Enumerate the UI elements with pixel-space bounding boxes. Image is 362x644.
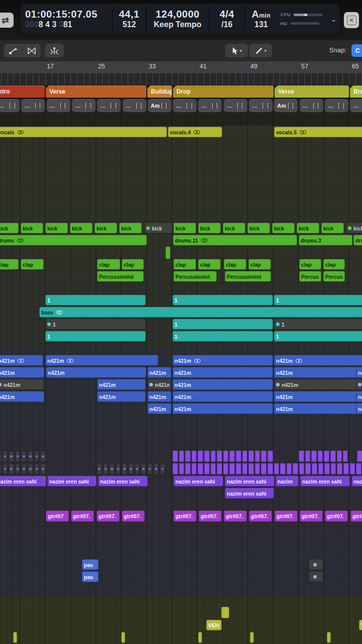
beat-dot-cell[interactable]: [9, 451, 14, 462]
lcd-signature-section[interactable]: 4/4 /16: [209, 4, 244, 35]
beat-bar[interactable]: [179, 463, 185, 474]
kick-region[interactable]: kick: [70, 223, 93, 233]
pas-region[interactable]: pas: [82, 559, 99, 570]
pas-region[interactable]: pas: [82, 572, 99, 582]
drums-region[interactable]: drums: [353, 235, 362, 246]
beat-bar[interactable]: [356, 463, 361, 474]
n421m-region[interactable]: n421m: [147, 367, 171, 378]
beat-bar[interactable]: [318, 451, 323, 462]
beat-dot-cell[interactable]: [28, 451, 33, 462]
beat-dot-cell[interactable]: [40, 463, 46, 474]
note-blip-region[interactable]: [221, 607, 229, 618]
kick-region[interactable]: kick: [321, 223, 344, 233]
beat-dot-cell[interactable]: [153, 463, 159, 474]
beat-bar[interactable]: [198, 451, 203, 462]
percussionist-region[interactable]: Percussionist: [299, 271, 321, 282]
kick-region[interactable]: kick: [45, 223, 68, 233]
bass-midi-region[interactable]: 1: [172, 331, 273, 342]
beat-cells-region[interactable]: [0, 463, 46, 474]
beat-cells-region[interactable]: [299, 451, 347, 462]
beat-bar[interactable]: [350, 463, 355, 474]
beat-bar[interactable]: [343, 451, 347, 462]
beat-bar[interactable]: [311, 451, 317, 462]
lcd-position-section[interactable]: 01:00:15:07.05 0008 4 3 081: [20, 4, 112, 35]
beat-bar[interactable]: [293, 463, 298, 474]
marker-intro[interactable]: Intro: [0, 86, 45, 98]
n421m-region[interactable]: n421m: [147, 391, 171, 402]
gtr-region[interactable]: gtr#07.: [199, 511, 222, 522]
beat-dot-cell[interactable]: [135, 463, 140, 474]
beat-dot-cell[interactable]: [21, 463, 27, 474]
beat-cells-region[interactable]: [172, 451, 274, 462]
beat-bar[interactable]: [324, 451, 329, 462]
beat-bar[interactable]: [248, 463, 254, 474]
beat-bar[interactable]: [248, 451, 254, 462]
beat-cells-region[interactable]: [0, 451, 46, 462]
chord-cell[interactable]: …: [249, 99, 273, 112]
beat-bar[interactable]: [305, 451, 311, 462]
beat-bar[interactable]: [179, 451, 185, 462]
veh-region[interactable]: VEH: [359, 620, 362, 630]
snap-dropdown[interactable]: C: [351, 44, 362, 57]
clap-region[interactable]: clap: [173, 259, 196, 270]
nazim-region[interactable]: nazim eren sahi: [225, 488, 274, 499]
clap-region[interactable]: clap: [224, 259, 246, 270]
beat-bar[interactable]: [242, 451, 248, 462]
percussionist-region[interactable]: Percussionist: [97, 271, 144, 282]
n421m-region[interactable]: n421m: [356, 404, 362, 414]
beat-bar[interactable]: [204, 451, 210, 462]
beat-bar[interactable]: [255, 463, 260, 474]
kick-region[interactable]: kick: [247, 223, 270, 233]
n421m-region[interactable]: n421m: [274, 379, 359, 390]
kick-region[interactable]: kick: [198, 223, 221, 233]
beat-bar[interactable]: [185, 451, 191, 462]
n421m-region[interactable]: n421m: [356, 367, 362, 378]
split-tool-button[interactable]: [45, 44, 64, 57]
vocals-region[interactable]: vocals.4: [168, 127, 222, 137]
kick-region[interactable]: kick: [95, 223, 117, 233]
bass-midi-region[interactable]: 1: [274, 319, 362, 330]
beat-bar[interactable]: [261, 463, 266, 474]
beat-dot-cell[interactable]: [15, 463, 21, 474]
kick-region[interactable]: kick: [0, 223, 19, 233]
n421m-region[interactable]: n421m: [274, 367, 359, 378]
pointer-tool-button[interactable]: ▾: [225, 44, 248, 57]
drum-blip-region[interactable]: [165, 247, 170, 259]
gtr-region[interactable]: gtr#07.: [97, 511, 120, 522]
gtr-region[interactable]: gtr#07.: [249, 511, 272, 522]
beat-bar[interactable]: [217, 463, 222, 474]
clap-region[interactable]: clap: [248, 259, 271, 270]
beat-dot-cell[interactable]: [116, 463, 121, 474]
beat-bar[interactable]: [192, 451, 197, 462]
kick-region[interactable]: kick: [21, 223, 43, 233]
n421m-region[interactable]: n421m: [274, 391, 359, 402]
beat-bar[interactable]: [343, 463, 349, 474]
bar-ruler[interactable]: 917253341495765: [0, 61, 362, 74]
kick-region[interactable]: kick: [297, 223, 319, 233]
beat-bar[interactable]: [318, 463, 324, 474]
beat-bar[interactable]: [280, 463, 286, 474]
beat-dot-cell[interactable]: [97, 463, 102, 474]
vocals-region[interactable]: vocals.5: [274, 127, 362, 137]
pas-region[interactable]: [309, 572, 323, 582]
beat-bar[interactable]: [305, 463, 311, 474]
nazim-region[interactable]: nazim eren sahi: [0, 476, 46, 487]
percussionist-region[interactable]: Percussionist: [173, 271, 217, 282]
kick-region[interactable]: kick: [119, 223, 142, 233]
beat-bar[interactable]: [330, 451, 336, 462]
beat-cells-region[interactable]: [357, 451, 362, 462]
clap-region[interactable]: clap: [323, 259, 345, 270]
n421m-region[interactable]: n421m: [172, 355, 273, 366]
beat-bar[interactable]: [337, 451, 342, 462]
beat-bar[interactable]: [236, 463, 241, 474]
n421m-region[interactable]: n421m: [45, 355, 158, 366]
marker-break[interactable]: Break: [350, 86, 362, 98]
marker-verse[interactable]: Verse: [275, 86, 349, 98]
beat-bar[interactable]: [274, 463, 280, 474]
gtr-region[interactable]: gtr#: [350, 511, 362, 522]
n421m-region[interactable]: n421m: [97, 379, 146, 390]
beat-dot-cell[interactable]: [3, 451, 8, 462]
beat-bar[interactable]: [172, 451, 178, 462]
gtr-region[interactable]: gtr#07.: [325, 511, 348, 522]
chord-cell[interactable]: …: [123, 99, 146, 112]
